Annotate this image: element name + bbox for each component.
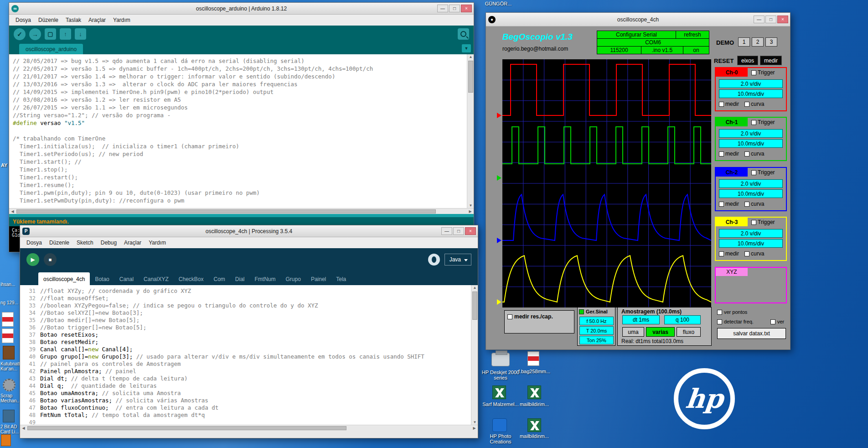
desktop-icon-label[interactable]: f.bag258mm...	[515, 369, 553, 374]
processing-menu-2[interactable]: Sketch	[73, 238, 97, 248]
freq-field[interactable]: f 50.0 Hz	[579, 317, 614, 325]
desktop-icon-mail2[interactable]	[527, 418, 541, 432]
close-button[interactable]: ×	[777, 16, 788, 23]
arduino-menu-3[interactable]: Araçlar	[85, 15, 109, 25]
medir-checkbox[interactable]	[719, 151, 724, 156]
com-port-field[interactable]: COM6	[597, 38, 709, 47]
demo-button-2[interactable]: 3	[765, 37, 777, 47]
desktop-icon-label[interactable]: Scrap Mechan...	[0, 393, 21, 404]
demo-button-1[interactable]: 2	[752, 37, 764, 47]
vdiv-button[interactable]: 2.0 v/div	[719, 79, 783, 88]
processing-tab-5[interactable]: Com	[209, 272, 230, 285]
processing-tab-8[interactable]: Grupo	[281, 272, 306, 285]
desktop-icon-gear[interactable]	[3, 379, 16, 391]
vertical-scrollbar[interactable]: ▲ ▼	[467, 54, 474, 208]
desktop-icon-label[interactable]: HP Photo Creations	[481, 433, 520, 444]
processing-menu-1[interactable]: Düzenle	[46, 238, 73, 248]
uma-button[interactable]: uma	[622, 327, 644, 337]
msdiv-button[interactable]: 10.0ms/div	[719, 89, 783, 98]
scrollbar-thumb[interactable]	[27, 426, 346, 430]
arduino-menu-1[interactable]: Düzenle	[35, 15, 62, 25]
maximize-button[interactable]: □	[453, 227, 464, 235]
varias-button[interactable]: varias	[646, 327, 675, 337]
salvar-datax-button[interactable]: salvar datax.txt	[717, 328, 786, 339]
desktop-icon-pdf[interactable]	[2, 328, 14, 343]
refresh-button[interactable]: refresh	[676, 31, 709, 39]
ton-field[interactable]: Ton 25%	[579, 336, 614, 344]
configurar-serial-button[interactable]: Configurar Serial	[597, 31, 676, 39]
save-button[interactable]: ↓	[75, 28, 86, 40]
ger-sinal-checkbox[interactable]	[579, 309, 584, 314]
processing-tab-10[interactable]: Tela	[331, 272, 351, 285]
desktop-icon-book[interactable]	[3, 346, 15, 359]
medir-checkbox[interactable]	[719, 251, 724, 256]
verify-button[interactable]: ✓	[14, 28, 26, 40]
editor-console-divider[interactable]	[9, 214, 474, 217]
desktop-icon-label[interactable]: ihsan...	[0, 282, 21, 287]
processing-tab-3[interactable]: CanalXYZ	[139, 272, 174, 285]
stop-button[interactable]: ■	[44, 253, 57, 266]
desktop-icon-hp-deskjet[interactable]	[491, 353, 510, 366]
scope-display[interactable]	[502, 59, 711, 307]
medir-checkbox[interactable]	[719, 202, 724, 207]
tab-menu-button[interactable]: ▼	[462, 44, 471, 52]
arduino-titlebar[interactable]: ∞ oscilloscope_arduino | Arduino 1.8.12 …	[9, 3, 474, 15]
channel-zero-marker-3[interactable]	[497, 299, 501, 305]
processing-titlebar[interactable]: P oscilloscope_4ch | Processing 3.5.4 — …	[20, 225, 478, 237]
baud-rate-field[interactable]: 115200	[597, 46, 641, 54]
medir-checkbox[interactable]	[719, 102, 724, 107]
maximize-button[interactable]: □	[449, 5, 460, 12]
serial-on-button[interactable]: on	[683, 46, 709, 54]
desktop-icon-hp-photo[interactable]	[492, 418, 507, 432]
curva-checkbox[interactable]	[744, 251, 749, 256]
desktop-icon-mail1[interactable]	[527, 385, 541, 399]
minimize-button[interactable]: —	[754, 16, 765, 23]
processing-tab-4[interactable]: CheckBox	[174, 272, 209, 285]
vdiv-button[interactable]: 2.0 v/div	[719, 179, 783, 188]
processing-tab-7[interactable]: FmtNum	[250, 272, 281, 285]
vertical-scrollbar[interactable]: ▲ ▼	[471, 285, 478, 425]
vdiv-button[interactable]: 2.0 v/div	[719, 129, 783, 138]
desktop-icon-label[interactable]: mailbildirim...	[515, 401, 553, 407]
trigger-checkbox[interactable]	[751, 220, 756, 225]
desktop-icon-label[interactable]: HP Deskjet 2000 series	[481, 370, 520, 380]
arduino-tab[interactable]: oscilloscope_arduino	[19, 44, 83, 54]
horizontal-scrollbar[interactable]: ◀ ▶	[9, 208, 474, 214]
scrollbar-thumb[interactable]	[16, 209, 436, 214]
desktop-icon-sarf[interactable]	[492, 385, 506, 399]
processing-menu-4[interactable]: Araçlar	[120, 238, 145, 248]
processing-tab-6[interactable]: Dial	[230, 272, 250, 285]
scrollbar-thumb[interactable]	[468, 61, 473, 93]
dt-field[interactable]: dt 1ms	[622, 315, 660, 324]
reset-medir-button[interactable]: medir	[760, 56, 782, 65]
horizontal-scrollbar[interactable]: ◀ ▶	[20, 425, 478, 431]
reset-eixos-button[interactable]: eixos	[737, 56, 758, 65]
desktop-icon-pdf[interactable]	[2, 312, 14, 327]
trigger-checkbox[interactable]	[751, 120, 756, 125]
demo-button-0[interactable]: 1	[738, 37, 750, 47]
period-field[interactable]: T 20.0ms	[579, 326, 614, 335]
channel-zero-marker-0[interactable]	[497, 113, 501, 118]
arduino-menu-4[interactable]: Yardım	[109, 15, 134, 25]
desktop-icon-label[interactable]: Kutubnatt Kur'an...	[0, 361, 21, 372]
processing-tab-2[interactable]: Canal	[114, 272, 139, 285]
curva-checkbox[interactable]	[744, 102, 749, 107]
desktop-icon-label[interactable]: 2 Bit AD Card Li...	[0, 424, 21, 435]
close-button[interactable]: ×	[465, 227, 476, 235]
xyz-header[interactable]: XYZ	[716, 268, 748, 276]
desktop-icon-pdf-doc[interactable]	[527, 351, 539, 366]
arduino-menu-0[interactable]: Dosya	[12, 15, 35, 25]
channel-zero-marker-1[interactable]	[497, 175, 501, 181]
ver-pontos-checkbox[interactable]	[717, 310, 722, 315]
medir-res-checkbox[interactable]	[507, 314, 512, 319]
run-button[interactable]: ▶	[26, 253, 39, 266]
oscilloscope-titlebar[interactable]: ● oscilloscope_4ch — □ ×	[486, 13, 790, 26]
processing-tab-9[interactable]: Painel	[306, 272, 331, 285]
trigger-checkbox[interactable]	[751, 70, 756, 75]
msdiv-button[interactable]: 10.0ms/div	[719, 189, 783, 198]
new-sketch-button[interactable]: ▢	[45, 28, 56, 40]
desktop-icon-orange[interactable]	[1, 434, 11, 446]
desktop-icon-label[interactable]: GÜNGÖR...	[482, 1, 514, 6]
open-button[interactable]: ↑	[60, 28, 71, 40]
desktop-icon-card[interactable]	[3, 410, 15, 422]
